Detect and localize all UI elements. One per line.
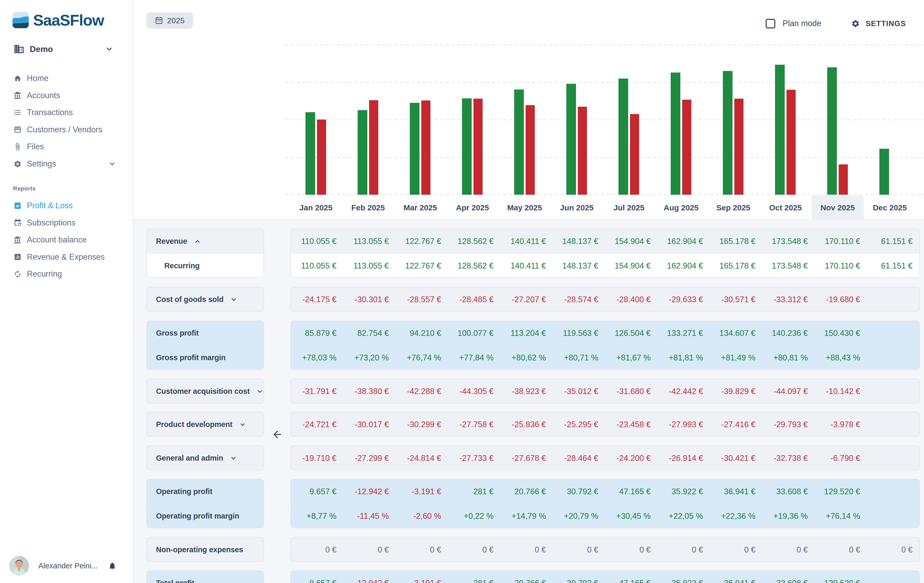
plan-mode-toggle[interactable]: Plan mode (766, 15, 821, 32)
table-row-header-recurring[interactable]: Recurring (147, 253, 264, 277)
x-axis-label[interactable]: May 2025 (498, 195, 551, 220)
plan-mode-checkbox[interactable] (766, 19, 775, 28)
expenses-bar-apr[interactable] (474, 99, 483, 195)
row-values-card: 110.055 €113.055 €122.767 €128.562 €140.… (290, 229, 920, 278)
x-axis-label[interactable]: Mar 2025 (394, 195, 446, 220)
revenue-bar-jan[interactable] (305, 112, 315, 195)
x-axis-label[interactable]: Jun 2025 (551, 195, 603, 220)
bank-icon (13, 91, 21, 99)
table-row-values-non-operating-expenses: 0 €0 €0 €0 €0 €0 €0 €0 €0 €0 €0 €0 € (291, 538, 919, 562)
sidebar-item-recurring[interactable]: Recurring (13, 266, 123, 282)
sidebar-item-account-balance[interactable]: Account balance (13, 231, 123, 248)
sidebar-item-label: Account balance (27, 235, 123, 244)
expenses-bar-oct[interactable] (787, 90, 796, 195)
expenses-bar-nov[interactable] (839, 164, 848, 195)
expenses-bar-jun[interactable] (578, 107, 587, 195)
cell-general-and-admin-apr: -27.733 € (448, 446, 500, 470)
x-axis-label[interactable]: Apr 2025 (446, 195, 498, 220)
row-label: Gross profit margin (156, 353, 226, 362)
cell-general-and-admin-jul: -24.200 € (605, 446, 658, 470)
cell-recurring-sep: 165.178 € (710, 254, 762, 278)
cell-cost-of-goods-sold-aug: -29.633 € (657, 287, 710, 312)
revenue-bar-jun[interactable] (566, 84, 576, 195)
year-selector-button[interactable]: 2025 (146, 12, 193, 29)
expenses-bar-jan[interactable] (317, 119, 326, 195)
expenses-bar-mar[interactable] (421, 101, 431, 195)
x-axis-label[interactable]: Feb 2025 (342, 195, 394, 220)
revenue-bar-sep[interactable] (723, 71, 733, 195)
cell-general-and-admin-mar: -24.814 € (396, 446, 448, 470)
sidebar-item-accounts[interactable]: Accounts (13, 87, 123, 104)
x-axis-label[interactable]: Dec 2025 (864, 195, 916, 220)
chevron-down-icon[interactable] (239, 421, 246, 428)
cell-gross-profit-margin-jun: +80,71 % (553, 345, 605, 370)
bell-icon[interactable] (108, 562, 117, 570)
chevron-down-icon[interactable] (230, 296, 237, 303)
sidebar-item-subscriptions[interactable]: Subscriptions (13, 215, 123, 231)
cell-product-development-jan: -24.721 € (291, 412, 343, 437)
sidebar-item-settings[interactable]: Settings (13, 155, 123, 172)
expenses-bar-sep[interactable] (734, 99, 744, 195)
arrow-left-icon (272, 429, 283, 440)
revenue-bar-nov[interactable] (827, 67, 837, 195)
table-row-header-general-and-admin[interactable]: General and admin (147, 446, 264, 470)
expenses-bar-feb[interactable] (369, 100, 378, 195)
table-row-header-customer-acquisition-cost[interactable]: Customer acquisition cost (147, 379, 264, 403)
sidebar-item-files[interactable]: Files (13, 138, 123, 155)
table-row-values-operating-profit: 9.657 €-12.942 €-3.191 €281 €20.766 €30.… (291, 479, 919, 504)
expenses-bar-aug[interactable] (682, 100, 691, 195)
chevron-down-icon (109, 160, 116, 168)
x-axis-label[interactable]: Sep 2025 (707, 195, 759, 220)
revenue-bar-dec[interactable] (879, 149, 889, 195)
cell-product-development-jul: -23.458 € (605, 412, 658, 437)
cell-operating-profit-margin-oct: +19,36 % (762, 504, 815, 528)
cell-operating-profit-margin-aug: +22,05 % (657, 504, 710, 528)
table-row-header-cost-of-goods-sold[interactable]: Cost of goods sold (147, 287, 264, 312)
cell-product-development-oct: -29.793 € (762, 412, 815, 437)
table-row-values-revenue: 110.055 €113.055 €122.767 €128.562 €140.… (291, 229, 919, 253)
table-row-header-gross-profit-margin[interactable]: Gross profit margin (147, 345, 264, 370)
user-menu[interactable]: Alexander Peini... (9, 556, 124, 576)
chevron-up-icon[interactable] (194, 238, 201, 245)
table-row-header-operating-profit-margin[interactable]: Operating profit margin (147, 504, 264, 528)
x-axis-label[interactable]: Aug 2025 (655, 195, 707, 220)
cell-revenue-jan: 110.055 € (291, 229, 343, 253)
cell-product-development-feb: -30.017 € (343, 412, 396, 437)
table-row-header-product-development[interactable]: Product development (147, 412, 264, 437)
x-axis-label[interactable]: Jul 2025 (603, 195, 655, 220)
sidebar-item-profit-loss[interactable]: Profit & Loss (13, 197, 123, 214)
revenue-bar-feb[interactable] (358, 110, 367, 195)
row-label-card: Product development (146, 412, 264, 437)
sidebar-item-transactions[interactable]: Transactions (13, 104, 123, 121)
chevron-down-icon[interactable] (230, 455, 237, 462)
x-axis-label[interactable]: Nov 2025 (812, 195, 864, 220)
revenue-bar-jul[interactable] (619, 79, 628, 195)
sidebar-item-home[interactable]: Home (13, 70, 123, 87)
revenue-bar-oct[interactable] (775, 65, 785, 195)
table-row-header-gross-profit[interactable]: Gross profit (147, 321, 264, 345)
table-row-header-operating-profit[interactable]: Operating profit (147, 479, 264, 504)
x-axis-label[interactable]: Jan 2025 (290, 195, 342, 220)
table-row-header-non-operating-expenses[interactable]: Non-operating expenses (147, 538, 264, 562)
revenue-bar-apr[interactable] (462, 98, 472, 195)
settings-button[interactable]: SETTINGS (851, 15, 906, 32)
cell-gross-profit-margin-feb: +73,20 % (343, 345, 396, 370)
cell-operating-profit-jan: 9.657 € (291, 479, 343, 504)
cell-recurring-nov: 170.110 € (815, 254, 867, 278)
scroll-columns-left-button[interactable] (264, 423, 291, 446)
revenue-bar-may[interactable] (514, 89, 524, 195)
cell-customer-acquisition-cost-sep: -39.829 € (710, 379, 762, 403)
expenses-bar-may[interactable] (526, 105, 535, 195)
table-row-header-total-profit[interactable]: Total profit (147, 571, 264, 583)
revenue-bar-aug[interactable] (671, 73, 680, 195)
app-logo[interactable]: SaaSFlow (13, 12, 104, 28)
table-row-header-revenue[interactable]: Revenue (147, 229, 264, 253)
company-selector[interactable]: Demo (13, 40, 120, 58)
revenue-bar-mar[interactable] (410, 103, 419, 195)
row-label-card: Operating profitOperating profit margin (146, 479, 264, 528)
chevron-down-icon[interactable] (256, 388, 263, 395)
sidebar-item-customers-vendors[interactable]: Customers / Vendors (13, 121, 123, 138)
sidebar-item-revenue-expenses[interactable]: Revenue & Expenses (13, 249, 123, 266)
x-axis-label[interactable]: Oct 2025 (759, 195, 812, 220)
expenses-bar-jul[interactable] (630, 114, 639, 195)
